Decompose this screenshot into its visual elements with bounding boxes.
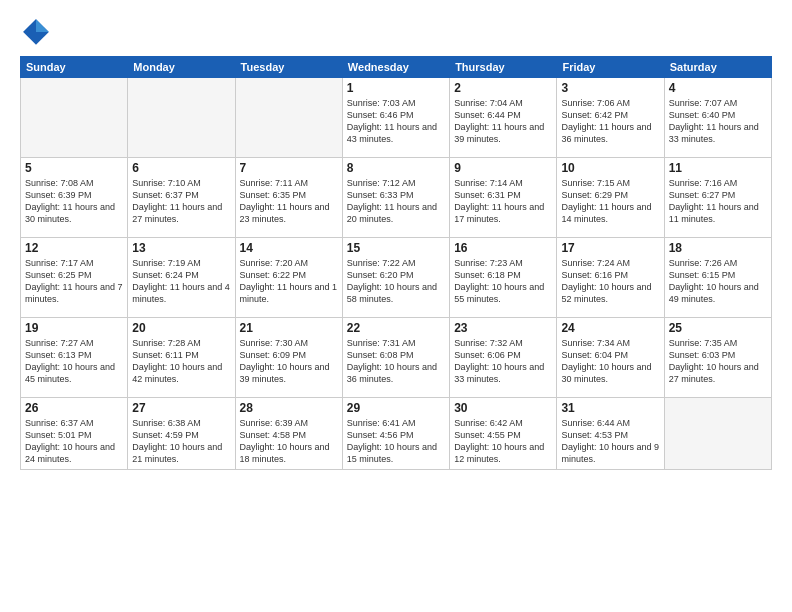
calendar-body: 1Sunrise: 7:03 AM Sunset: 6:46 PM Daylig…	[21, 78, 772, 470]
calendar-cell: 13Sunrise: 7:19 AM Sunset: 6:24 PM Dayli…	[128, 238, 235, 318]
cell-content: Sunrise: 7:30 AM Sunset: 6:09 PM Dayligh…	[240, 337, 338, 386]
day-number: 30	[454, 401, 552, 415]
cell-content: Sunrise: 7:19 AM Sunset: 6:24 PM Dayligh…	[132, 257, 230, 306]
cell-content: Sunrise: 7:06 AM Sunset: 6:42 PM Dayligh…	[561, 97, 659, 146]
day-number: 15	[347, 241, 445, 255]
day-number: 2	[454, 81, 552, 95]
day-number: 16	[454, 241, 552, 255]
cell-content: Sunrise: 7:17 AM Sunset: 6:25 PM Dayligh…	[25, 257, 123, 306]
day-number: 29	[347, 401, 445, 415]
day-number: 11	[669, 161, 767, 175]
calendar-cell: 26Sunrise: 6:37 AM Sunset: 5:01 PM Dayli…	[21, 398, 128, 470]
day-number: 31	[561, 401, 659, 415]
weekday-header-saturday: Saturday	[664, 57, 771, 78]
cell-content: Sunrise: 7:31 AM Sunset: 6:08 PM Dayligh…	[347, 337, 445, 386]
day-number: 4	[669, 81, 767, 95]
calendar-cell: 20Sunrise: 7:28 AM Sunset: 6:11 PM Dayli…	[128, 318, 235, 398]
cell-content: Sunrise: 6:39 AM Sunset: 4:58 PM Dayligh…	[240, 417, 338, 466]
calendar-cell	[21, 78, 128, 158]
weekday-header-sunday: Sunday	[21, 57, 128, 78]
calendar-cell: 1Sunrise: 7:03 AM Sunset: 6:46 PM Daylig…	[342, 78, 449, 158]
calendar-cell: 29Sunrise: 6:41 AM Sunset: 4:56 PM Dayli…	[342, 398, 449, 470]
calendar-cell: 10Sunrise: 7:15 AM Sunset: 6:29 PM Dayli…	[557, 158, 664, 238]
calendar-cell: 17Sunrise: 7:24 AM Sunset: 6:16 PM Dayli…	[557, 238, 664, 318]
calendar-cell: 27Sunrise: 6:38 AM Sunset: 4:59 PM Dayli…	[128, 398, 235, 470]
weekday-header-wednesday: Wednesday	[342, 57, 449, 78]
cell-content: Sunrise: 6:42 AM Sunset: 4:55 PM Dayligh…	[454, 417, 552, 466]
svg-marker-1	[36, 19, 49, 32]
day-number: 13	[132, 241, 230, 255]
cell-content: Sunrise: 6:38 AM Sunset: 4:59 PM Dayligh…	[132, 417, 230, 466]
day-number: 7	[240, 161, 338, 175]
calendar-cell: 14Sunrise: 7:20 AM Sunset: 6:22 PM Dayli…	[235, 238, 342, 318]
calendar-cell: 8Sunrise: 7:12 AM Sunset: 6:33 PM Daylig…	[342, 158, 449, 238]
cell-content: Sunrise: 7:12 AM Sunset: 6:33 PM Dayligh…	[347, 177, 445, 226]
weekday-header-friday: Friday	[557, 57, 664, 78]
day-number: 27	[132, 401, 230, 415]
cell-content: Sunrise: 7:32 AM Sunset: 6:06 PM Dayligh…	[454, 337, 552, 386]
week-row-3: 19Sunrise: 7:27 AM Sunset: 6:13 PM Dayli…	[21, 318, 772, 398]
day-number: 14	[240, 241, 338, 255]
cell-content: Sunrise: 7:22 AM Sunset: 6:20 PM Dayligh…	[347, 257, 445, 306]
weekday-header-monday: Monday	[128, 57, 235, 78]
day-number: 25	[669, 321, 767, 335]
calendar-cell: 5Sunrise: 7:08 AM Sunset: 6:39 PM Daylig…	[21, 158, 128, 238]
weekday-header-thursday: Thursday	[450, 57, 557, 78]
week-row-1: 5Sunrise: 7:08 AM Sunset: 6:39 PM Daylig…	[21, 158, 772, 238]
calendar: SundayMondayTuesdayWednesdayThursdayFrid…	[20, 56, 772, 470]
cell-content: Sunrise: 6:44 AM Sunset: 4:53 PM Dayligh…	[561, 417, 659, 466]
calendar-cell: 22Sunrise: 7:31 AM Sunset: 6:08 PM Dayli…	[342, 318, 449, 398]
cell-content: Sunrise: 7:27 AM Sunset: 6:13 PM Dayligh…	[25, 337, 123, 386]
calendar-cell: 19Sunrise: 7:27 AM Sunset: 6:13 PM Dayli…	[21, 318, 128, 398]
cell-content: Sunrise: 7:35 AM Sunset: 6:03 PM Dayligh…	[669, 337, 767, 386]
calendar-cell: 3Sunrise: 7:06 AM Sunset: 6:42 PM Daylig…	[557, 78, 664, 158]
calendar-header: SundayMondayTuesdayWednesdayThursdayFrid…	[21, 57, 772, 78]
calendar-cell: 11Sunrise: 7:16 AM Sunset: 6:27 PM Dayli…	[664, 158, 771, 238]
day-number: 28	[240, 401, 338, 415]
day-number: 10	[561, 161, 659, 175]
cell-content: Sunrise: 7:23 AM Sunset: 6:18 PM Dayligh…	[454, 257, 552, 306]
cell-content: Sunrise: 7:07 AM Sunset: 6:40 PM Dayligh…	[669, 97, 767, 146]
day-number: 19	[25, 321, 123, 335]
calendar-cell: 18Sunrise: 7:26 AM Sunset: 6:15 PM Dayli…	[664, 238, 771, 318]
week-row-2: 12Sunrise: 7:17 AM Sunset: 6:25 PM Dayli…	[21, 238, 772, 318]
calendar-cell: 12Sunrise: 7:17 AM Sunset: 6:25 PM Dayli…	[21, 238, 128, 318]
cell-content: Sunrise: 7:04 AM Sunset: 6:44 PM Dayligh…	[454, 97, 552, 146]
day-number: 24	[561, 321, 659, 335]
calendar-cell: 15Sunrise: 7:22 AM Sunset: 6:20 PM Dayli…	[342, 238, 449, 318]
cell-content: Sunrise: 7:34 AM Sunset: 6:04 PM Dayligh…	[561, 337, 659, 386]
cell-content: Sunrise: 7:10 AM Sunset: 6:37 PM Dayligh…	[132, 177, 230, 226]
day-number: 22	[347, 321, 445, 335]
cell-content: Sunrise: 7:14 AM Sunset: 6:31 PM Dayligh…	[454, 177, 552, 226]
calendar-cell: 4Sunrise: 7:07 AM Sunset: 6:40 PM Daylig…	[664, 78, 771, 158]
day-number: 26	[25, 401, 123, 415]
calendar-cell	[128, 78, 235, 158]
cell-content: Sunrise: 7:03 AM Sunset: 6:46 PM Dayligh…	[347, 97, 445, 146]
calendar-cell: 6Sunrise: 7:10 AM Sunset: 6:37 PM Daylig…	[128, 158, 235, 238]
calendar-cell: 16Sunrise: 7:23 AM Sunset: 6:18 PM Dayli…	[450, 238, 557, 318]
calendar-cell: 23Sunrise: 7:32 AM Sunset: 6:06 PM Dayli…	[450, 318, 557, 398]
cell-content: Sunrise: 7:08 AM Sunset: 6:39 PM Dayligh…	[25, 177, 123, 226]
day-number: 9	[454, 161, 552, 175]
calendar-cell: 25Sunrise: 7:35 AM Sunset: 6:03 PM Dayli…	[664, 318, 771, 398]
calendar-cell: 30Sunrise: 6:42 AM Sunset: 4:55 PM Dayli…	[450, 398, 557, 470]
day-number: 3	[561, 81, 659, 95]
cell-content: Sunrise: 6:41 AM Sunset: 4:56 PM Dayligh…	[347, 417, 445, 466]
cell-content: Sunrise: 7:28 AM Sunset: 6:11 PM Dayligh…	[132, 337, 230, 386]
day-number: 17	[561, 241, 659, 255]
calendar-cell: 7Sunrise: 7:11 AM Sunset: 6:35 PM Daylig…	[235, 158, 342, 238]
day-number: 20	[132, 321, 230, 335]
page-container: SundayMondayTuesdayWednesdayThursdayFrid…	[0, 0, 792, 612]
week-row-4: 26Sunrise: 6:37 AM Sunset: 5:01 PM Dayli…	[21, 398, 772, 470]
logo-icon	[20, 16, 52, 48]
weekday-header-tuesday: Tuesday	[235, 57, 342, 78]
cell-content: Sunrise: 7:11 AM Sunset: 6:35 PM Dayligh…	[240, 177, 338, 226]
day-number: 23	[454, 321, 552, 335]
cell-content: Sunrise: 7:20 AM Sunset: 6:22 PM Dayligh…	[240, 257, 338, 306]
day-number: 12	[25, 241, 123, 255]
cell-content: Sunrise: 7:16 AM Sunset: 6:27 PM Dayligh…	[669, 177, 767, 226]
cell-content: Sunrise: 7:26 AM Sunset: 6:15 PM Dayligh…	[669, 257, 767, 306]
cell-content: Sunrise: 6:37 AM Sunset: 5:01 PM Dayligh…	[25, 417, 123, 466]
cell-content: Sunrise: 7:15 AM Sunset: 6:29 PM Dayligh…	[561, 177, 659, 226]
day-number: 5	[25, 161, 123, 175]
